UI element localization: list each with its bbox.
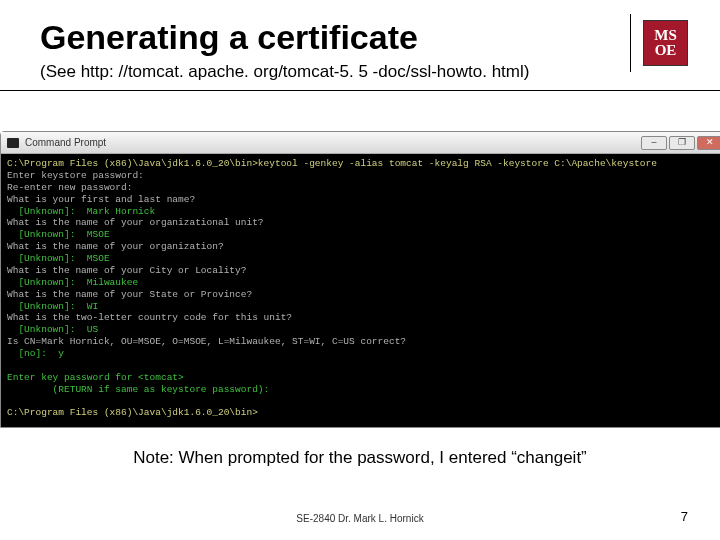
terminal-output: C:\Program Files (x86)\Java\jdk1.6.0_20\… — [1, 154, 720, 427]
header-divider — [0, 90, 720, 91]
terminal-line: [Unknown]: WI — [7, 301, 98, 312]
terminal-line — [7, 396, 13, 407]
maximize-button[interactable]: ❐ — [669, 136, 695, 150]
terminal-line: [Unknown]: Milwaukee — [7, 277, 138, 288]
cmd-icon — [7, 138, 19, 148]
window-titlebar: Command Prompt – ❐ ✕ — [1, 132, 720, 154]
terminal-line: What is the name of your City or Localit… — [7, 265, 246, 276]
terminal-line: C:\Program Files (x86)\Java\jdk1.6.0_20\… — [7, 158, 657, 169]
terminal-line: What is the name of your State or Provin… — [7, 289, 252, 300]
terminal-line: (RETURN if same as keystore password): — [7, 384, 269, 395]
terminal-line: What is your first and last name? — [7, 194, 195, 205]
logo-text-2: OE — [655, 43, 677, 58]
slide-subtitle: (See http: //tomcat. apache. org/tomcat-… — [40, 62, 529, 82]
terminal-line: [Unknown]: US — [7, 324, 98, 335]
msoe-logo: MS OE — [630, 14, 688, 72]
slide-title: Generating a certificate — [40, 18, 418, 57]
terminal-line: [Unknown]: MSOE — [7, 229, 110, 240]
terminal-line: [Unknown]: Mark Hornick — [7, 206, 155, 217]
terminal-line: What is the name of your organization? — [7, 241, 224, 252]
terminal-line: C:\Program Files (x86)\Java\jdk1.6.0_20\… — [7, 407, 258, 418]
logo-text-1: MS — [654, 28, 677, 43]
terminal-line: Is CN=Mark Hornick, OU=MSOE, O=MSOE, L=M… — [7, 336, 406, 347]
command-prompt-window: Command Prompt – ❐ ✕ C:\Program Files (x… — [0, 131, 720, 428]
slide-note: Note: When prompted for the password, I … — [0, 448, 720, 468]
terminal-line: [no]: y — [7, 348, 64, 359]
page-number: 7 — [681, 509, 688, 524]
terminal-line: What is the name of your organizational … — [7, 217, 264, 228]
minimize-button[interactable]: – — [641, 136, 667, 150]
terminal-line: [Unknown]: MSOE — [7, 253, 110, 264]
terminal-line — [7, 360, 13, 371]
close-button[interactable]: ✕ — [697, 136, 720, 150]
terminal-line: Enter keystore password: — [7, 170, 144, 181]
terminal-line: Re-enter new password: — [7, 182, 132, 193]
window-title: Command Prompt — [25, 137, 106, 148]
terminal-line: Enter key password for <tomcat> — [7, 372, 184, 383]
terminal-line: What is the two-letter country code for … — [7, 312, 292, 323]
footer-center: SE-2840 Dr. Mark L. Hornick — [0, 513, 720, 524]
